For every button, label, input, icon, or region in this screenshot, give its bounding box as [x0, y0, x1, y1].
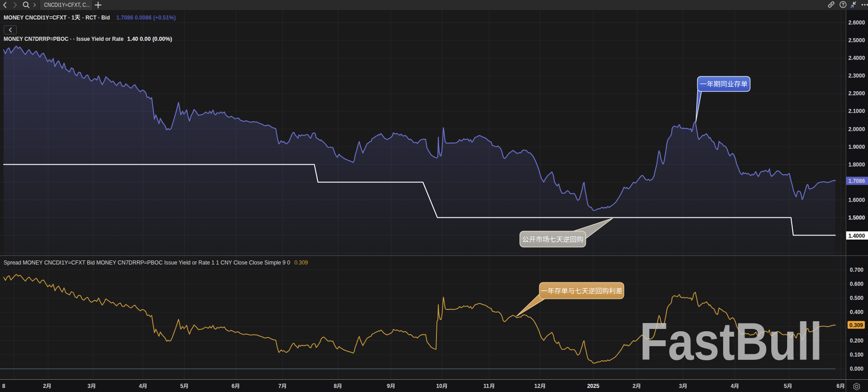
svg-text:6: 6 [232, 383, 235, 389]
svg-text:FastBull: FastBull [640, 312, 823, 371]
svg-text:2.6000: 2.6000 [848, 20, 865, 26]
svg-text:1.40 0.00 (0.00%): 1.40 0.00 (0.00%) [127, 35, 172, 42]
svg-text:1.5000: 1.5000 [848, 215, 865, 221]
svg-text:2.1000: 2.1000 [848, 108, 865, 114]
svg-text:2.3000: 2.3000 [848, 73, 865, 79]
svg-text:MONEY CNCDI1Y=CFXT · 1: MONEY CNCDI1Y=CFXT · 1 [4, 14, 74, 21]
svg-text:4: 4 [139, 383, 142, 389]
svg-text:1.7086 0.0086 (+0.51%): 1.7086 0.0086 (+0.51%) [116, 14, 176, 21]
svg-text:5: 5 [180, 383, 184, 389]
svg-text:1.8000: 1.8000 [848, 162, 865, 168]
svg-text:11: 11 [483, 383, 489, 389]
svg-text:0.200: 0.200 [850, 338, 863, 344]
svg-text:5: 5 [784, 383, 787, 389]
svg-text:0.309: 0.309 [849, 322, 863, 328]
svg-text:2: 2 [43, 383, 46, 389]
svg-text:4: 4 [731, 383, 734, 389]
svg-text:10: 10 [436, 383, 442, 389]
svg-text:MONEY CN7DRRP=PBOC · · Issue Y: MONEY CN7DRRP=PBOC · · Issue Yield or Ra… [4, 35, 124, 42]
svg-text:· RCT · Bid: · RCT · Bid [82, 14, 110, 21]
svg-text:0.100: 0.100 [850, 352, 863, 358]
svg-text:8: 8 [334, 383, 337, 389]
svg-text:1.7086: 1.7086 [848, 178, 865, 184]
svg-text:3: 3 [679, 383, 682, 389]
svg-text:9: 9 [387, 383, 390, 389]
svg-text:8: 8 [2, 383, 5, 389]
svg-text:1.6000: 1.6000 [848, 197, 865, 203]
svg-text:2.5000: 2.5000 [848, 37, 865, 44]
svg-text:2: 2 [633, 383, 636, 389]
svg-text:0.400: 0.400 [850, 309, 863, 315]
svg-text:2025: 2025 [587, 383, 600, 389]
svg-text:0.309: 0.309 [294, 260, 308, 266]
svg-text:0.600: 0.600 [850, 281, 863, 287]
svg-text:0.500: 0.500 [850, 295, 863, 301]
svg-text:?: ? [842, 2, 844, 7]
svg-text:0.700: 0.700 [850, 267, 863, 273]
svg-text:12: 12 [534, 383, 541, 389]
svg-text:2.4000: 2.4000 [848, 55, 865, 61]
svg-text:6: 6 [837, 383, 840, 389]
svg-text:2.2000: 2.2000 [848, 90, 865, 97]
svg-text:1.9000: 1.9000 [848, 144, 865, 150]
svg-text:1.4000: 1.4000 [848, 233, 865, 239]
svg-text:7: 7 [278, 383, 282, 389]
svg-text:Spread MONEY CNCDI1Y=CFXT Bid: Spread MONEY CNCDI1Y=CFXT Bid MONEY CN7D… [4, 260, 290, 266]
svg-text:0.000: 0.000 [850, 366, 863, 372]
svg-text:2.0000: 2.0000 [848, 126, 865, 132]
svg-text:3: 3 [88, 383, 91, 389]
svg-text:CNCDI1Y=CFXT, C...: CNCDI1Y=CFXT, C... [44, 2, 90, 8]
